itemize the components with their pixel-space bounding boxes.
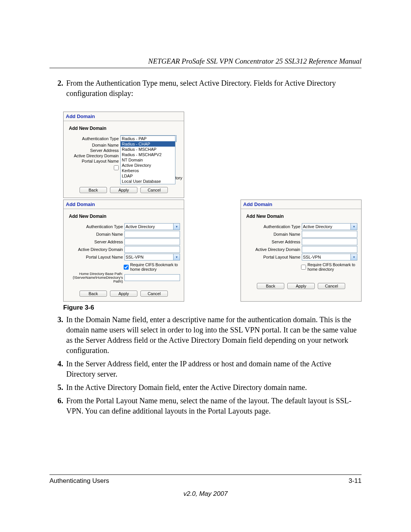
step-3-number: 3. [49,315,66,325]
label-portal: Portal Layout Name [64,255,124,259]
cifs-checkbox[interactable] [301,265,306,270]
dropdown-option[interactable]: Kerberos [121,168,175,173]
label-home-path: Home Directory Base Path: (\ServerName\H… [64,272,124,283]
panel-a-title: Add Domain [64,112,184,121]
step-5-text: In the Active Directory Domain field, en… [66,382,362,393]
panel-a-cifs-checkbox[interactable] [114,165,119,170]
step-4-number: 4. [49,359,66,369]
portal-layout-select[interactable]: SSL-VPN ▾ [124,254,180,260]
apply-button[interactable]: Apply [287,283,315,289]
header-rule [49,68,362,68]
step-2-number: 2. [49,78,66,88]
step-6-text: From the Portal Layout Name menu, select… [66,396,362,416]
running-header: NETGEAR ProSafe SSL VPN Concentrator 25 … [49,57,362,66]
label-portal: Portal Layout Name [64,159,120,163]
chevron-down-icon: ▾ [173,224,180,230]
panel-c-title: Add Domain [241,200,361,209]
step-6-number: 6. [49,396,66,406]
label-server-addr: Server Address [241,240,302,244]
footer-version: v2.0, May 2007 [49,490,362,498]
step-3-text: In the Domain Name field, enter a descri… [66,315,362,356]
label-auth-type: Authentication Type [64,224,124,229]
panel-b-title: Add Domain [64,200,184,209]
home-path-input[interactable] [124,274,180,281]
dropdown-option[interactable]: Radius - PAP [121,136,175,141]
step-4: 4. In the Server Address field, enter th… [49,359,362,379]
cifs-label: Require CIFS Bookmark to home directory [307,262,359,272]
apply-button[interactable]: Apply [110,291,137,297]
cifs-checkbox[interactable] [124,265,129,270]
label-ad-domain: Active Directory Domain [241,247,302,252]
step-2: 2. From the Authentication Type menu, se… [49,78,362,99]
figure-3-6: Add Domain Add New Domain Authentication… [63,112,362,302]
auth-type-select[interactable]: Active Directory ▾ [124,223,180,230]
apply-button[interactable]: Apply [110,187,137,193]
label-ad-domain: Active Directory Domain [64,153,120,158]
label-auth-type: Authentication Type [64,136,120,141]
label-domain-name: Domain Name [241,232,302,236]
panel-c-section: Add New Domain [241,209,361,223]
label-auth-type: Authentication Type [241,224,302,229]
dropdown-option[interactable]: Radius - MSCHAPV2 [121,152,175,157]
portal-selected: SSL-VPN [303,255,321,259]
back-button[interactable]: Back [80,187,107,193]
dropdown-option[interactable]: LDAP [121,173,175,179]
domain-name-input[interactable] [124,231,180,238]
label-portal: Portal Layout Name [241,255,302,259]
step-5: 5. In the Active Directory Domain field,… [49,382,362,393]
dropdown-option[interactable]: NT Domain [121,157,175,163]
step-3: 3. In the Domain Name field, enter a des… [49,315,362,356]
page-footer: Authenticating Users 3-11 v2.0, May 2007 [49,474,362,498]
cancel-button[interactable]: Cancel [140,187,168,193]
label-server-addr: Server Address [64,240,124,244]
dropdown-option[interactable]: Local User Database [121,179,175,184]
server-address-input[interactable] [302,238,357,245]
label-ad-domain: Active Directory Domain [64,247,124,252]
step-5-number: 5. [49,382,66,393]
cut-text-fragment: tory [175,176,182,180]
footer-page-number: 3-11 [349,477,362,485]
back-button[interactable]: Back [257,283,284,289]
ad-domain-input[interactable] [124,246,180,253]
step-6: 6. From the Portal Layout Name menu, sel… [49,396,362,416]
footer-section: Authenticating Users [49,477,109,485]
ad-domain-input[interactable] [302,246,357,253]
domain-name-input[interactable] [302,231,357,238]
panel-a: Add Domain Add New Domain Authentication… [63,112,184,198]
step-4-text: In the Server Address field, enter the I… [66,359,362,379]
dropdown-option[interactable]: Radius - MSCHAP [121,147,175,152]
cancel-button[interactable]: Cancel [140,291,168,297]
dropdown-option[interactable]: Radius - CHAP [121,141,175,147]
footer-rule [49,474,362,475]
chevron-down-icon: ▾ [350,224,357,230]
panel-b-section: Add New Domain [64,209,184,223]
dropdown-option[interactable]: Active Directory [121,163,175,168]
step-2-text: From the Authentication Type menu, selec… [66,78,362,99]
auth-type-selected: Active Directory [303,224,332,229]
cifs-label: Require CIFS Bookmark to home directory [130,262,182,272]
panel-a-checkbox-holder [64,164,120,171]
chevron-down-icon: ▾ [350,254,357,260]
panel-c: Add Domain Add New Domain Authentication… [241,200,362,302]
figure-caption: Figure 3-6 [63,304,362,312]
portal-selected: SSL-VPN [126,255,143,259]
server-address-input[interactable] [124,238,180,245]
panel-b: Add Domain Add New Domain Authentication… [63,200,184,302]
label-server-addr: Server Address [64,148,120,153]
auth-type-select[interactable]: Active Directory ▾ [302,223,357,230]
auth-type-dropdown[interactable]: Radius - PAP Radius - CHAP Radius - MSCH… [120,136,175,184]
panel-a-section: Add New Domain [64,121,184,135]
portal-layout-select[interactable]: SSL-VPN ▾ [302,254,357,260]
back-button[interactable]: Back [80,291,107,297]
label-domain-name: Domain Name [64,143,120,147]
chevron-down-icon: ▾ [173,254,180,260]
label-domain-name: Domain Name [64,232,124,236]
auth-type-selected: Active Directory [126,224,155,229]
cancel-button[interactable]: Cancel [318,283,345,289]
